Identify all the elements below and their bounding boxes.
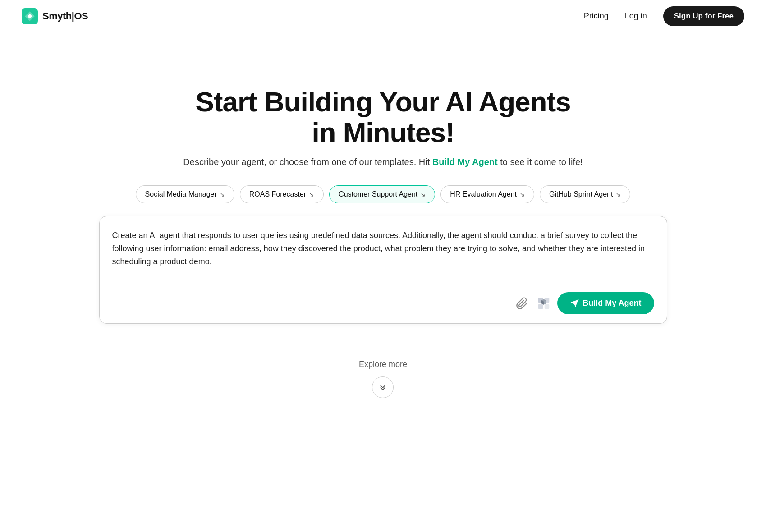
pill-arrow: ↘ <box>309 191 314 198</box>
svg-rect-3 <box>538 304 543 309</box>
hero-title: Start Building Your AI Agents in Minutes… <box>180 87 586 148</box>
build-agent-button[interactable]: Build My Agent <box>557 292 654 314</box>
hero-subtitle: Describe your agent, or choose from one … <box>183 157 583 167</box>
build-button-label: Build My Agent <box>583 298 641 308</box>
agent-input-box: Create an AI agent that responds to user… <box>99 216 667 324</box>
explore-label: Explore more <box>359 360 407 369</box>
template-button[interactable] <box>536 295 552 312</box>
subtitle-after: to see it come to life! <box>498 157 583 167</box>
pill-github-sprint[interactable]: GitHub Sprint Agent ↘ <box>540 185 630 203</box>
send-icon <box>570 299 579 308</box>
paperclip-icon <box>516 297 528 310</box>
pill-roas[interactable]: ROAS Forecaster ↘ <box>240 185 324 203</box>
logo-icon <box>22 8 38 24</box>
cube-icon <box>537 297 550 310</box>
svg-rect-4 <box>545 304 550 309</box>
pill-label: ROAS Forecaster <box>249 190 306 198</box>
attach-button[interactable] <box>514 295 530 312</box>
nav-login[interactable]: Log in <box>625 11 647 21</box>
pill-hr-evaluation[interactable]: HR Evaluation Agent ↘ <box>440 185 534 203</box>
agent-box-footer: Build My Agent <box>112 292 654 314</box>
pill-social-media[interactable]: Social Media Manager ↘ <box>136 185 234 203</box>
pill-arrow: ↘ <box>615 191 621 198</box>
explore-scroll-button[interactable] <box>372 376 394 398</box>
pill-label: Social Media Manager <box>145 190 217 198</box>
template-pills: Social Media Manager ↘ ROAS Forecaster ↘… <box>118 185 649 203</box>
subtitle-before: Describe your agent, or choose from one … <box>183 157 432 167</box>
pill-label: Customer Support Agent <box>339 190 417 198</box>
logo-text: Smyth|OS <box>42 10 88 22</box>
subtitle-highlight: Build My Agent <box>432 157 498 167</box>
main-nav: Pricing Log in Sign Up for Free <box>584 6 744 26</box>
svg-marker-6 <box>571 300 578 307</box>
signup-button[interactable]: Sign Up for Free <box>663 6 744 26</box>
nav-pricing[interactable]: Pricing <box>584 11 609 21</box>
agent-textarea[interactable]: Create an AI agent that responds to user… <box>112 229 654 283</box>
hero-section: Start Building Your AI Agents in Minutes… <box>0 32 766 416</box>
logo[interactable]: Smyth|OS <box>22 8 88 24</box>
pill-customer-support[interactable]: Customer Support Agent ↘ <box>329 185 435 203</box>
pill-arrow: ↘ <box>420 191 426 198</box>
explore-more-section: Explore more <box>359 360 407 398</box>
chevron-double-down-icon <box>378 382 388 392</box>
pill-arrow: ↘ <box>519 191 525 198</box>
pill-arrow: ↘ <box>220 191 225 198</box>
pill-label: HR Evaluation Agent <box>450 190 517 198</box>
pill-label: GitHub Sprint Agent <box>549 190 613 198</box>
